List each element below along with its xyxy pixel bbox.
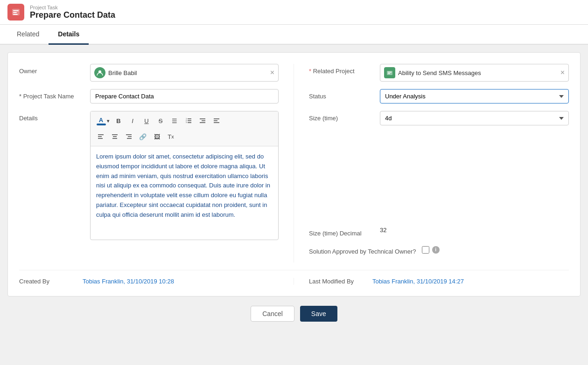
font-color-btn[interactable]: A ▾ xyxy=(94,114,111,127)
form-grid: Owner Brille Babil × xyxy=(19,64,569,262)
editor-toolbar: A ▾ B I U S ☰ xyxy=(91,111,278,146)
header-subtitle: Project Task xyxy=(30,5,115,10)
owner-value: Brille Babil xyxy=(108,69,267,76)
solution-approved-checkbox[interactable] xyxy=(422,246,429,254)
editor-content[interactable]: Lorem ipsum dolor sit amet, consectetur … xyxy=(91,146,278,240)
bullet-list-btn[interactable]: ☰ xyxy=(168,114,181,127)
svg-rect-26 xyxy=(387,71,392,75)
meta-row: Created By Tobias Franklin, 31/10/2019 1… xyxy=(19,270,569,285)
status-row: Status Under Analysis xyxy=(309,89,569,103)
tab-details[interactable]: Details xyxy=(49,25,89,45)
tab-related[interactable]: Related xyxy=(7,25,49,45)
last-modified-label: Last Modified By xyxy=(309,278,365,285)
left-column: Owner Brille Babil × xyxy=(19,64,294,262)
app-icon xyxy=(7,4,24,21)
strikethrough-btn[interactable]: S xyxy=(154,114,167,127)
indent-btn[interactable] xyxy=(196,114,209,127)
owner-clear-btn[interactable]: × xyxy=(270,69,274,76)
task-name-input[interactable] xyxy=(90,89,279,103)
related-project-value: Ability to Send SMS Messages xyxy=(398,69,558,76)
related-project-clear-btn[interactable]: × xyxy=(560,69,565,76)
right-column: Related Project Ability to Send SMS Mess… xyxy=(294,64,569,262)
italic-btn[interactable]: I xyxy=(126,114,139,127)
task-name-row: * Project Task Name xyxy=(19,89,279,103)
related-project-field: Ability to Send SMS Messages × xyxy=(380,64,569,82)
header-title: Prepare Contact Data xyxy=(30,10,115,20)
align-center-btn[interactable] xyxy=(108,130,121,143)
last-modified-col: Last Modified By Tobias Franklin, 31/10/… xyxy=(294,278,569,285)
solution-approved-row: Solution Approved by Technical Owner? i xyxy=(309,244,569,255)
size-time-label: Size (time) xyxy=(309,111,374,122)
status-field: Under Analysis xyxy=(380,89,569,103)
align-right-btn[interactable] xyxy=(122,130,135,143)
size-time-field: 4d xyxy=(380,111,569,125)
created-by-label: Created By xyxy=(19,278,75,285)
solution-info-icon[interactable]: i xyxy=(432,246,440,254)
image-btn[interactable]: 🖼 xyxy=(150,130,163,143)
created-by-value: Tobias Franklin, 31/10/2019 10:28 xyxy=(83,278,174,285)
svg-rect-2 xyxy=(13,12,17,13)
svg-text:3: 3 xyxy=(186,121,187,124)
app-header: Project Task Prepare Contact Data xyxy=(0,0,588,25)
header-title-block: Project Task Prepare Contact Data xyxy=(30,5,115,20)
link-btn[interactable]: 🔗 xyxy=(136,130,149,143)
created-by-col: Created By Tobias Franklin, 31/10/2019 1… xyxy=(19,278,294,285)
outdent-btn[interactable] xyxy=(210,114,223,127)
size-decimal-label: Size (time) Decimal xyxy=(309,226,374,237)
owner-label: Owner xyxy=(19,64,84,75)
details-field: A ▾ B I U S ☰ xyxy=(90,111,279,240)
last-modified-value: Tobias Franklin, 31/10/2019 14:27 xyxy=(372,278,464,285)
related-project-input[interactable]: Ability to Send SMS Messages × xyxy=(380,64,569,82)
svg-rect-28 xyxy=(388,73,390,74)
tabs-bar: Related Details xyxy=(0,25,588,45)
task-name-field xyxy=(90,89,279,103)
main-content: Owner Brille Babil × xyxy=(0,45,588,333)
related-project-label: Related Project xyxy=(309,64,374,75)
details-row: Details A ▾ xyxy=(19,111,279,240)
clear-format-btn[interactable]: Tx xyxy=(164,130,177,143)
status-label: Status xyxy=(309,89,374,100)
owner-input[interactable]: Brille Babil × xyxy=(90,64,279,82)
status-select[interactable]: Under Analysis xyxy=(380,89,569,103)
ordered-list-btn[interactable]: 123 xyxy=(182,114,195,127)
task-name-label: * Project Task Name xyxy=(19,89,84,100)
svg-rect-3 xyxy=(13,14,18,15)
project-icon xyxy=(384,67,395,78)
related-project-row: Related Project Ability to Send SMS Mess… xyxy=(309,64,569,82)
right-spacer xyxy=(309,133,569,226)
size-decimal-value: 32 xyxy=(380,223,386,234)
footer-actions: Cancel Save xyxy=(7,306,581,325)
owner-row: Owner Brille Babil × xyxy=(19,64,279,82)
svg-rect-1 xyxy=(13,10,19,11)
form-card: Owner Brille Babil × xyxy=(7,52,581,296)
bold-btn[interactable]: B xyxy=(112,114,125,127)
size-decimal-field: 32 xyxy=(380,226,569,234)
align-left-btn[interactable] xyxy=(94,130,107,143)
solution-approved-field: i xyxy=(422,246,569,254)
size-decimal-row: Size (time) Decimal 32 xyxy=(309,226,569,237)
cancel-button[interactable]: Cancel xyxy=(251,306,294,322)
svg-rect-27 xyxy=(388,72,392,73)
rich-editor[interactable]: A ▾ B I U S ☰ xyxy=(90,111,279,240)
solution-approved-label: Solution Approved by Technical Owner? xyxy=(309,244,416,255)
save-button[interactable]: Save xyxy=(300,306,337,322)
owner-field: Brille Babil × xyxy=(90,64,279,82)
user-avatar-icon xyxy=(94,67,105,78)
underline-btn[interactable]: U xyxy=(140,114,153,127)
details-label: Details xyxy=(19,111,84,122)
size-time-select[interactable]: 4d xyxy=(380,111,569,125)
size-time-row: Size (time) 4d xyxy=(309,111,569,125)
